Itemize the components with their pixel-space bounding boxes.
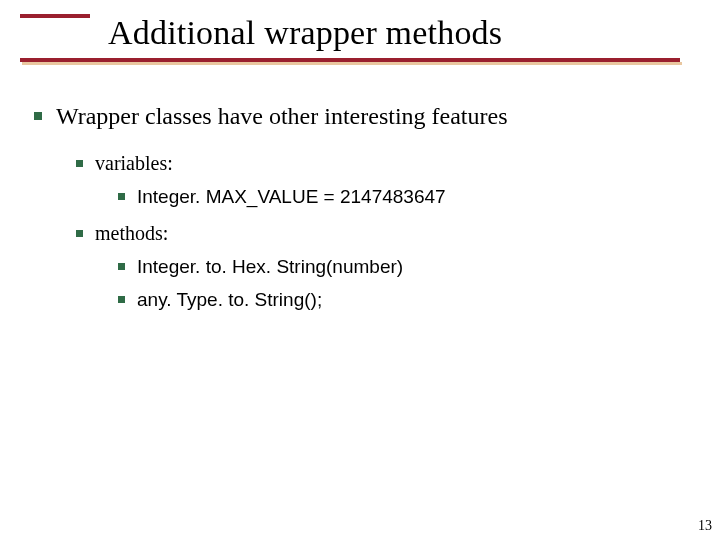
square-bullet-icon	[34, 112, 42, 120]
square-bullet-icon	[76, 160, 83, 167]
title-underline-shadow	[22, 62, 682, 65]
square-bullet-icon	[118, 193, 125, 200]
bullet-level1: Wrapper classes have other interesting f…	[34, 100, 690, 132]
accent-bar-top	[20, 14, 90, 18]
slide-body: Wrapper classes have other interesting f…	[34, 100, 690, 313]
bullet-text: variables:	[95, 152, 173, 174]
square-bullet-icon	[76, 230, 83, 237]
page-number: 13	[698, 518, 712, 534]
bullet-level3: Integer. MAX_VALUE = 2147483647	[118, 183, 690, 210]
bullet-level2: variables:	[76, 150, 690, 177]
bullet-text: Integer. to. Hex. String(number)	[137, 256, 403, 277]
bullet-level2: methods:	[76, 220, 690, 247]
bullet-level3: any. Type. to. String();	[118, 286, 690, 313]
square-bullet-icon	[118, 263, 125, 270]
bullet-text: methods:	[95, 222, 168, 244]
square-bullet-icon	[118, 296, 125, 303]
bullet-text: Wrapper classes have other interesting f…	[56, 103, 508, 129]
bullet-text: any. Type. to. String();	[137, 289, 322, 310]
bullet-text: Integer. MAX_VALUE = 2147483647	[137, 186, 446, 207]
slide-title: Additional wrapper methods	[108, 14, 502, 52]
bullet-level3: Integer. to. Hex. String(number)	[118, 253, 690, 280]
